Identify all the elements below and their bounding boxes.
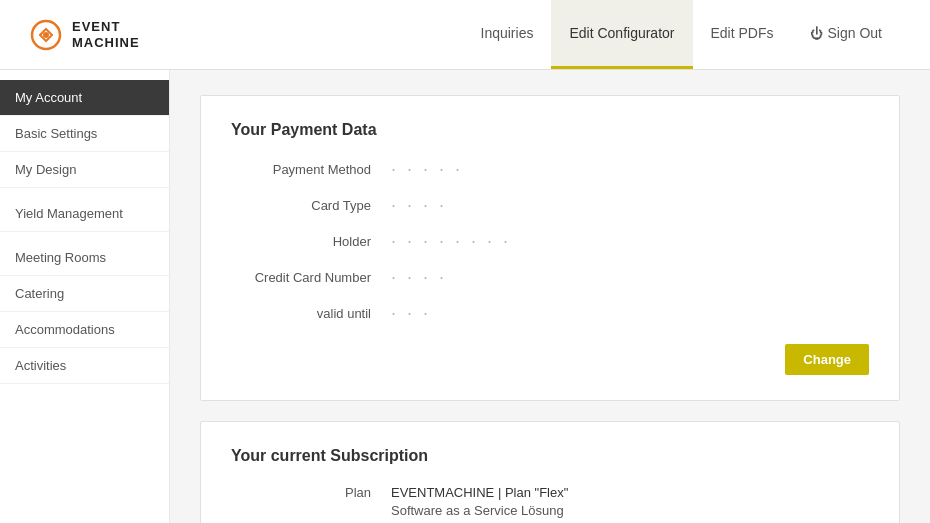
layout: My Account Basic Settings My Design Yiel… bbox=[0, 70, 930, 523]
sidebar-item-activities[interactable]: Activities bbox=[0, 348, 169, 384]
sidebar: My Account Basic Settings My Design Yiel… bbox=[0, 70, 170, 523]
header: EVENT MACHINE Inquiries Edit Configurato… bbox=[0, 0, 930, 70]
nav-edit-configurator[interactable]: Edit Configurator bbox=[551, 0, 692, 69]
credit-card-label: Credit Card Number bbox=[231, 270, 391, 285]
card-type-label: Card Type bbox=[231, 198, 391, 213]
svg-point-1 bbox=[43, 32, 49, 38]
logo-icon bbox=[30, 19, 62, 51]
logo: EVENT MACHINE bbox=[30, 19, 140, 51]
sidebar-item-catering[interactable]: Catering bbox=[0, 276, 169, 312]
plan-label: Plan bbox=[231, 485, 391, 500]
main-nav: Inquiries Edit Configurator Edit PDFs ⏻ … bbox=[463, 0, 900, 69]
change-btn-row: Change bbox=[231, 339, 869, 375]
sidebar-item-my-account[interactable]: My Account bbox=[0, 80, 169, 116]
payment-method-value: · · · · · bbox=[391, 159, 463, 180]
plan-value: EVENTMACHINE | Plan "Flex" bbox=[391, 485, 568, 500]
credit-card-row: Credit Card Number · · · · bbox=[231, 267, 869, 288]
valid-until-label: valid until bbox=[231, 306, 391, 321]
plan-value-wrapper: EVENTMACHINE | Plan "Flex" Software as a… bbox=[391, 485, 568, 518]
sidebar-item-basic-settings[interactable]: Basic Settings bbox=[0, 116, 169, 152]
logo-text: EVENT MACHINE bbox=[72, 19, 140, 50]
valid-until-row: valid until · · · bbox=[231, 303, 869, 324]
plan-row: Plan EVENTMACHINE | Plan "Flex" Software… bbox=[231, 485, 869, 518]
sidebar-item-accommodations[interactable]: Accommodations bbox=[0, 312, 169, 348]
sidebar-item-my-design[interactable]: My Design bbox=[0, 152, 169, 188]
subscription-title: Your current Subscription bbox=[231, 447, 869, 465]
change-button[interactable]: Change bbox=[785, 344, 869, 375]
valid-until-value: · · · bbox=[391, 303, 431, 324]
sidebar-item-yield-management[interactable]: Yield Management bbox=[0, 196, 169, 232]
nav-inquiries[interactable]: Inquiries bbox=[463, 0, 552, 69]
subscription-card: Your current Subscription Plan EVENTMACH… bbox=[200, 421, 900, 523]
holder-row: Holder · · · · · · · · bbox=[231, 231, 869, 252]
nav-sign-out[interactable]: ⏻ Sign Out bbox=[792, 0, 900, 69]
sidebar-item-meeting-rooms[interactable]: Meeting Rooms bbox=[0, 240, 169, 276]
power-icon: ⏻ bbox=[810, 26, 823, 41]
holder-value: · · · · · · · · bbox=[391, 231, 511, 252]
holder-label: Holder bbox=[231, 234, 391, 249]
payment-method-label: Payment Method bbox=[231, 162, 391, 177]
card-type-value: · · · · bbox=[391, 195, 447, 216]
payment-title: Your Payment Data bbox=[231, 121, 869, 139]
plan-sub-value: Software as a Service Lösung bbox=[391, 503, 568, 518]
credit-card-value: · · · · bbox=[391, 267, 447, 288]
nav-edit-pdfs[interactable]: Edit PDFs bbox=[693, 0, 792, 69]
payment-card: Your Payment Data Payment Method · · · ·… bbox=[200, 95, 900, 401]
card-type-row: Card Type · · · · bbox=[231, 195, 869, 216]
payment-method-row: Payment Method · · · · · bbox=[231, 159, 869, 180]
main-content: Your Payment Data Payment Method · · · ·… bbox=[170, 70, 930, 523]
